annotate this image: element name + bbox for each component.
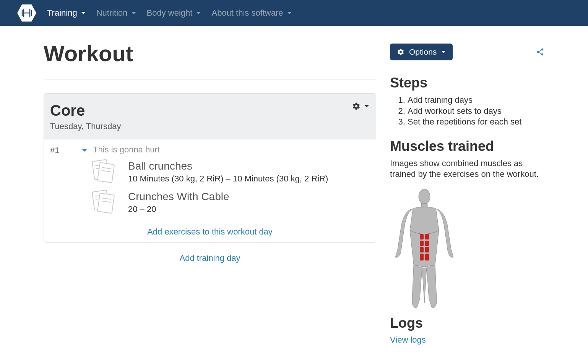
exercise-name: Crunches With Cable [128, 191, 229, 203]
chevron-down-icon [81, 12, 86, 14]
chevron-down-icon [441, 51, 446, 53]
nav-label: Training [47, 8, 77, 18]
exercise-placeholder-icon [93, 191, 117, 214]
exercise-row[interactable]: Ball crunches 10 Minutes (30 kg, 2 RiR) … [93, 160, 370, 184]
gear-icon [352, 102, 361, 110]
chevron-down-icon [287, 12, 292, 14]
set-note: This is gonna hurt [93, 145, 370, 155]
day-name: Core [50, 102, 370, 119]
exercise-text: Crunches With Cable 20 – 20 [128, 191, 229, 214]
step-item: Add training days [408, 95, 544, 106]
add-training-day-link[interactable]: Add training day [44, 253, 376, 263]
exercise-name: Ball crunches [128, 160, 328, 172]
view-logs-link[interactable]: View logs [390, 335, 544, 345]
svg-rect-13 [420, 254, 424, 260]
chevron-down-icon [364, 105, 369, 107]
card-header: Core Tuesday, Thursday [44, 94, 376, 139]
set-menu-toggle[interactable] [82, 149, 87, 152]
exercise-row[interactable]: Crunches With Cable 20 – 20 [93, 191, 370, 214]
svg-point-5 [419, 189, 430, 204]
steps-list: Add training days Add workout sets to da… [390, 95, 544, 128]
day-options-button[interactable] [352, 102, 369, 110]
app-logo[interactable] [17, 3, 36, 23]
chevron-down-icon [196, 12, 201, 14]
exercise-detail: 20 – 20 [128, 204, 229, 214]
main-content: Workout Core Tuesday, Thursday #1 [44, 26, 376, 345]
nav-label: Body weight [147, 8, 193, 18]
nav-about[interactable]: About this software [211, 8, 291, 18]
step-item: Add workout sets to days [408, 106, 544, 117]
svg-rect-12 [425, 247, 429, 252]
muscle-diagram-front [390, 188, 459, 311]
steps-heading: Steps [390, 75, 544, 91]
sidebar-top: Options [390, 44, 544, 60]
svg-rect-14 [425, 254, 429, 260]
exercise-text: Ball crunches 10 Minutes (30 kg, 2 RiR) … [128, 160, 328, 184]
svg-rect-11 [420, 247, 424, 252]
add-exercises-link[interactable]: Add exercises to this workout day [44, 222, 376, 242]
nav-label: Nutrition [96, 8, 128, 18]
chevron-down-icon [132, 12, 136, 14]
options-button[interactable]: Options [390, 44, 453, 60]
svg-rect-10 [425, 241, 429, 246]
nav-label: About this software [211, 8, 283, 18]
nav-nutrition[interactable]: Nutrition [96, 8, 136, 18]
svg-rect-7 [420, 234, 424, 239]
card-body: #1 This is gonna hurt Ball crunches 10 M… [44, 139, 376, 222]
set-column: #1 [44, 139, 93, 222]
exercise-detail: 10 Minutes (30 kg, 2 RiR) – 10 Minutes (… [128, 174, 328, 184]
muscles-description: Images show combined muscles as trained … [390, 158, 544, 180]
page-title: Workout [44, 40, 376, 66]
set-number: #1 [50, 146, 59, 155]
options-label: Options [409, 47, 437, 57]
gear-icon [397, 48, 404, 56]
dumbbell-icon [20, 6, 34, 20]
navbar: Training Nutrition Body weight About thi… [0, 0, 588, 26]
step-item: Set the repetitions for each set [408, 116, 544, 128]
workout-day-card: Core Tuesday, Thursday #1 This is gonna … [44, 93, 376, 243]
sidebar: Options Steps Add training days Add work… [390, 26, 544, 345]
svg-rect-9 [420, 241, 424, 246]
svg-rect-8 [425, 234, 429, 239]
muscles-heading: Muscles trained [390, 138, 544, 154]
exercises-column: This is gonna hurt Ball crunches 10 Minu… [93, 139, 376, 222]
nav-training[interactable]: Training [47, 8, 86, 18]
share-icon[interactable] [536, 48, 544, 56]
divider [44, 79, 376, 79]
logs-heading: Logs [390, 315, 544, 331]
exercise-placeholder-icon [93, 160, 117, 184]
nav-body-weight[interactable]: Body weight [147, 8, 201, 18]
day-schedule: Tuesday, Thursday [50, 121, 370, 131]
